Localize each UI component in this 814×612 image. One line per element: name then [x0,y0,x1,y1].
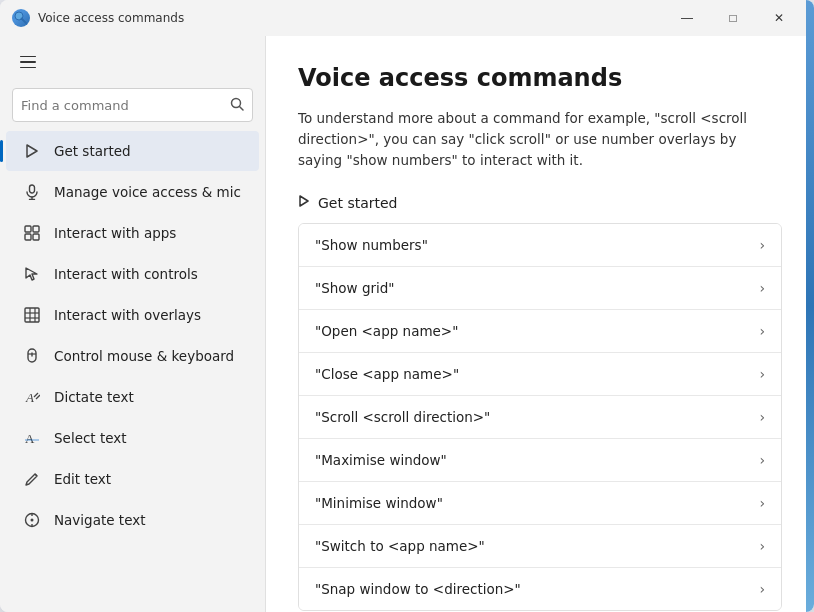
minimize-button[interactable]: — [664,2,710,34]
grid-icon [22,223,42,243]
section-title: Get started [318,195,398,211]
section-play-icon [298,195,310,210]
triangle-icon [22,141,42,161]
sidebar: Get started Manage voice access & mic [0,36,265,612]
mouse-icon [22,346,42,366]
edit-icon [22,469,42,489]
cursor-icon [22,264,42,284]
nav-items: Get started Manage voice access & mic [0,130,265,612]
maximize-button[interactable]: □ [710,2,756,34]
svg-text:A: A [25,431,35,446]
svg-line-26 [35,474,37,476]
search-box [12,88,253,122]
command-item-8[interactable]: "Snap window to <direction>" › [299,568,781,610]
command-label-0: "Show numbers" [315,237,428,253]
nav-label-interact-apps: Interact with apps [54,225,176,241]
chevron-right-icon-2: › [759,323,765,339]
nav-label-manage-voice: Manage voice access & mic [54,184,241,200]
svg-rect-5 [30,185,35,193]
chevron-right-icon-6: › [759,495,765,511]
svg-marker-4 [27,145,37,157]
sidebar-item-select-text[interactable]: A Select text [6,418,259,458]
command-label-4: "Scroll <scroll direction>" [315,409,490,425]
nav-label-interact-controls: Interact with controls [54,266,198,282]
chevron-right-icon-7: › [759,538,765,554]
command-item-7[interactable]: "Switch to <app name>" › [299,525,781,568]
app-window: Voice access commands — □ ✕ [0,0,814,612]
close-button[interactable]: ✕ [756,2,802,34]
chevron-right-icon-0: › [759,237,765,253]
sidebar-item-interact-overlays[interactable]: Interact with overlays [6,295,259,335]
command-item-2[interactable]: "Open <app name>" › [299,310,781,353]
nav-label-select-text: Select text [54,430,127,446]
svg-line-3 [240,106,244,110]
svg-rect-9 [33,226,39,232]
svg-line-1 [22,19,27,24]
sidebar-item-dictate-text[interactable]: A Dictate text [6,377,259,417]
command-label-7: "Switch to <app name>" [315,538,485,554]
section-header: Get started [298,195,782,211]
sidebar-item-navigate-text[interactable]: Navigate text [6,500,259,540]
nav-label-get-started: Get started [54,143,131,159]
svg-point-28 [31,519,34,522]
command-label-5: "Maximise window" [315,452,447,468]
command-item-5[interactable]: "Maximise window" › [299,439,781,482]
sidebar-item-interact-controls[interactable]: Interact with controls [6,254,259,294]
svg-rect-25 [25,439,39,441]
command-item-6[interactable]: "Minimise window" › [299,482,781,525]
right-accent [806,0,814,612]
window-controls: — □ ✕ [664,2,802,34]
window-title: Voice access commands [38,11,664,25]
sidebar-item-get-started[interactable]: Get started [6,131,259,171]
nav-label-control-mouse: Control mouse & keyboard [54,348,234,364]
navigate-icon [22,510,42,530]
titlebar: Voice access commands — □ ✕ [0,0,814,36]
svg-line-22 [34,393,38,397]
command-label-1: "Show grid" [315,280,395,296]
nav-label-edit-text: Edit text [54,471,111,487]
nav-label-interact-overlays: Interact with overlays [54,307,201,323]
command-list: "Show numbers" › "Show grid" › "Open <ap… [298,223,782,611]
chevron-right-icon-1: › [759,280,765,296]
hamburger-button[interactable] [8,44,48,80]
sidebar-item-control-mouse[interactable]: Control mouse & keyboard [6,336,259,376]
select-text-icon: A [22,428,42,448]
dictate-icon: A [22,387,42,407]
sidebar-item-interact-apps[interactable]: Interact with apps [6,213,259,253]
nav-label-dictate-text: Dictate text [54,389,134,405]
search-input[interactable] [21,98,230,113]
app-icon [12,9,30,27]
svg-marker-12 [26,268,37,280]
chevron-right-icon-4: › [759,409,765,425]
command-item-1[interactable]: "Show grid" › [299,267,781,310]
command-label-2: "Open <app name>" [315,323,458,339]
hamburger-icon [20,56,36,69]
search-icon [230,97,244,114]
page-title: Voice access commands [298,64,782,92]
content-description: To understand more about a command for e… [298,108,778,171]
svg-rect-10 [25,234,31,240]
command-item-0[interactable]: "Show numbers" › [299,224,781,267]
content-area: Voice access commands To understand more… [265,36,814,612]
grid-overlay-icon [22,305,42,325]
command-label-8: "Snap window to <direction>" [315,581,521,597]
sidebar-item-edit-text[interactable]: Edit text [6,459,259,499]
svg-line-23 [36,395,40,399]
nav-label-navigate-text: Navigate text [54,512,146,528]
main-content: Get started Manage voice access & mic [0,36,814,612]
command-item-3[interactable]: "Close <app name>" › [299,353,781,396]
svg-rect-8 [25,226,31,232]
chevron-right-icon-3: › [759,366,765,382]
command-label-6: "Minimise window" [315,495,443,511]
svg-marker-31 [300,196,308,206]
command-item-4[interactable]: "Scroll <scroll direction>" › [299,396,781,439]
mic-icon [22,182,42,202]
svg-text:A: A [25,390,34,405]
chevron-right-icon-8: › [759,581,765,597]
svg-rect-13 [25,308,39,322]
command-label-3: "Close <app name>" [315,366,459,382]
svg-rect-11 [33,234,39,240]
sidebar-item-manage-voice[interactable]: Manage voice access & mic [6,172,259,212]
chevron-right-icon-5: › [759,452,765,468]
